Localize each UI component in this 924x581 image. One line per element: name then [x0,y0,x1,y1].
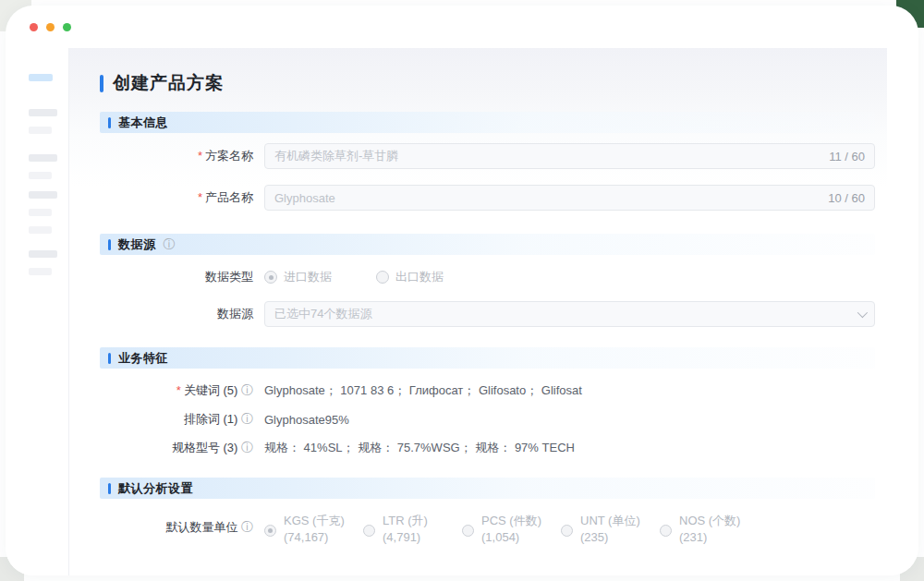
required-asterisk: * [198,149,202,163]
radio-import-label: 进口数据 [284,269,332,285]
radio-unit-pcs[interactable]: PCS (件数) (1,054) [462,514,561,544]
exclusions-row: 排除词 (1) ⓘ Glyphosate95% [100,411,875,428]
data-source-value: 已选中74个数据源 [274,306,850,322]
plan-name-label: *方案名称 [100,148,264,164]
product-name-input[interactable]: Glyphosate 10 / 60 [264,185,875,211]
sidebar-item-active[interactable] [29,74,53,81]
sidebar-item[interactable] [29,250,57,258]
unit-count: (235) [580,530,640,544]
info-icon[interactable]: ⓘ [164,238,176,250]
radio-import-data[interactable]: 进口数据 [264,269,332,285]
section-title: 基本信息 [118,115,168,131]
spec-models-label: 规格型号 (3) ⓘ [100,440,264,456]
default-unit-radio-group: KGS (千克) (74,167) LTR (升) (4,791) [264,514,759,544]
section-header-default-settings: 默认分析设置 [100,478,875,499]
radio-unit-kgs[interactable]: KGS (千克) (74,167) [264,514,363,544]
section-header-data-source: 数据源 ⓘ [100,234,875,255]
data-type-label: 数据类型 [100,269,264,285]
radio-export-data[interactable]: 出口数据 [376,269,444,285]
radio-checked-icon [264,525,276,537]
sidebar-item[interactable] [29,154,57,162]
app-window: 创建产品方案 基本信息 *方案名称 有机磷类除草剂-草甘膦 11 / 60 *产… [6,6,918,575]
default-unit-label: 默认数量单位 ⓘ [100,519,264,536]
section-header-basic-info: 基本信息 [100,112,875,133]
radio-unchecked-icon [462,525,474,537]
radio-unchecked-icon [376,271,389,284]
section-title: 数据源 [118,236,156,253]
sidebar-item[interactable] [29,209,52,216]
product-name-counter: 10 / 60 [828,191,865,205]
product-name-value: Glyphosate [274,191,821,205]
info-icon[interactable]: ⓘ [241,383,253,397]
section-accent-bar [108,483,111,494]
required-asterisk: * [198,190,202,204]
spec-models-row: 规格型号 (3) ⓘ 规格： 41%SL； 规格： 75.7%WSG； 规格： … [100,440,875,456]
info-icon[interactable]: ⓘ [241,412,253,426]
radio-export-label: 出口数据 [395,269,444,285]
product-name-row: *产品名称 Glyphosate 10 / 60 [100,185,875,211]
window-minimize-button[interactable] [46,23,55,31]
default-unit-row: 默认数量单位 ⓘ KGS (千克) (74,167) LTR ( [100,514,875,544]
radio-checked-icon [264,271,277,284]
section-accent-bar [108,239,111,250]
sidebar-item[interactable] [29,172,52,179]
unit-name: NOS (个数) [679,514,740,527]
section-title: 业务特征 [118,350,168,367]
chevron-down-icon [857,308,868,318]
window-titlebar [6,6,918,48]
radio-unchecked-icon [363,525,375,537]
radio-unchecked-icon [660,525,672,537]
unit-name: KGS (千克) [284,514,345,527]
spec-models-value: 规格： 41%SL； 规格： 75.7%WSG； 规格： 97% TECH [264,440,575,456]
radio-unit-unt[interactable]: UNT (单位) (235) [561,514,660,544]
plan-name-counter: 11 / 60 [829,150,865,163]
info-icon[interactable]: ⓘ [241,520,253,534]
radio-unit-nos[interactable]: NOS (个数) (231) [660,514,759,544]
data-type-row: 数据类型 进口数据 出口数据 [100,269,875,285]
unit-name: PCS (件数) [481,514,541,527]
unit-name: UNT (单位) [580,514,640,527]
section-accent-bar [108,117,111,128]
data-source-row: 数据源 已选中74个数据源 [100,301,875,327]
main-panel: 创建产品方案 基本信息 *方案名称 有机磷类除草剂-草甘膦 11 / 60 *产… [69,48,887,575]
radio-unchecked-icon [561,525,573,537]
sidebar-item[interactable] [29,226,52,234]
plan-name-row: *方案名称 有机磷类除草剂-草甘膦 11 / 60 [100,143,875,169]
section-title: 默认分析设置 [118,480,193,497]
exclusions-label: 排除词 (1) ⓘ [100,411,264,428]
page-title-row: 创建产品方案 [100,71,875,95]
keywords-label: *关键词 (5) ⓘ [100,382,264,399]
sidebar [6,48,69,575]
keywords-row: *关键词 (5) ⓘ Glyphosate； 1071 83 6； Глифос… [100,382,875,399]
data-source-select[interactable]: 已选中74个数据源 [264,301,875,327]
required-asterisk: * [176,383,181,397]
data-source-label: 数据源 [100,306,264,322]
section-header-business-features: 业务特征 [100,347,875,369]
keywords-value: Glyphosate； 1071 83 6； Глифосат； Glifosa… [264,382,582,399]
plan-name-value: 有机磷类除草剂-草甘膦 [274,148,821,164]
title-accent-bar [100,75,103,92]
unit-count: (74,167) [284,530,345,544]
unit-count: (1,054) [481,530,541,544]
page-title: 创建产品方案 [113,71,224,95]
section-accent-bar [108,353,111,364]
data-type-radio-group: 进口数据 出口数据 [264,269,444,285]
info-icon[interactable]: ⓘ [241,441,253,454]
sidebar-item[interactable] [29,191,57,199]
window-close-button[interactable] [30,23,38,31]
sidebar-item[interactable] [29,127,52,134]
unit-count: (231) [679,530,740,544]
sidebar-item[interactable] [29,268,52,275]
exclusions-value: Glyphosate95% [264,413,349,427]
unit-name: LTR (升) [383,514,428,527]
radio-unit-ltr[interactable]: LTR (升) (4,791) [363,514,462,544]
plan-name-input[interactable]: 有机磷类除草剂-草甘膦 11 / 60 [264,143,875,169]
product-name-label: *产品名称 [100,189,264,206]
unit-count: (4,791) [383,530,428,544]
window-zoom-button[interactable] [63,23,71,31]
sidebar-item[interactable] [29,109,57,116]
